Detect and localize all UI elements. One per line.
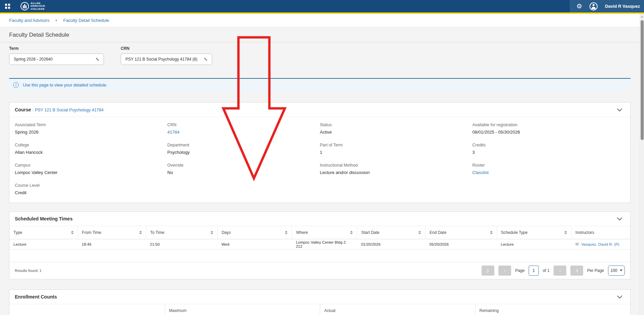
meetings-section-header: Scheduled Meeting Times bbox=[9, 212, 630, 226]
pagination: |‹ ‹ Page of 1 › ›| Per Page 100 bbox=[482, 266, 625, 276]
term-select-caret-icon bbox=[96, 58, 99, 61]
cell-from-time: 18:45 bbox=[78, 239, 146, 249]
app-menu-button[interactable] bbox=[3, 2, 12, 11]
meetings-collapse-chevron-icon[interactable] bbox=[617, 215, 622, 221]
meetings-table: Type From Time To Time Days Where Start … bbox=[9, 226, 630, 250]
field-override: Override No bbox=[167, 163, 320, 175]
field-instructional-method: Instructional Method Lecture and/or disc… bbox=[320, 163, 472, 175]
field-college: College Allan Hancock bbox=[15, 143, 167, 155]
course-section-header: Course : PSY 121 B Social Psychology 417… bbox=[9, 103, 630, 117]
field-campus: Campus Lompoc Valley Center bbox=[15, 163, 167, 175]
breadcrumb-faculty-detail-schedule[interactable]: Faculty Detail Schedule bbox=[63, 18, 109, 23]
field-credits: Credits 3 bbox=[472, 143, 625, 155]
cell-to-time: 21:50 bbox=[146, 239, 217, 249]
cell-schedule-type: Lecture bbox=[497, 239, 571, 249]
meetings-header-row: Type From Time To Time Days Where Start … bbox=[9, 226, 630, 239]
page-number-input[interactable] bbox=[529, 266, 539, 276]
meetings-section-title: Scheduled Meeting Times bbox=[15, 216, 73, 221]
col-instructors: Instructors bbox=[575, 230, 594, 235]
faculty-detail-schedule-app: ALLAN HANCOCK COLLEGE ⚙ David R Vasquez … bbox=[0, 0, 644, 315]
term-filter: Term Spring 2026 - 202640 bbox=[9, 46, 104, 78]
col-to-time: To Time bbox=[150, 230, 164, 235]
grid-menu-icon bbox=[5, 4, 10, 9]
sort-schedule-type-icon[interactable] bbox=[564, 231, 567, 234]
cell-days: Wed bbox=[217, 239, 292, 249]
crn-link[interactable]: 41784 bbox=[167, 130, 320, 135]
enrollment-collapse-chevron-icon[interactable] bbox=[617, 293, 622, 299]
settings-gear-icon[interactable]: ⚙ bbox=[576, 3, 582, 9]
scheduled-meeting-times-section: Scheduled Meeting Times Type From Time T… bbox=[9, 211, 631, 279]
per-page-select[interactable]: 100 bbox=[608, 266, 625, 276]
course-title-link[interactable]: PSY 121 B Social Psychology 41784 bbox=[35, 108, 104, 112]
vertical-scrollbar[interactable] bbox=[640, 14, 644, 315]
info-icon: i bbox=[13, 82, 19, 88]
results-found-text: Results found: 1 bbox=[15, 269, 42, 273]
user-name[interactable]: David R Vasquez bbox=[605, 4, 640, 9]
term-label: Term bbox=[9, 46, 104, 51]
classlist-link[interactable]: Classlist bbox=[472, 170, 625, 175]
instructor-link[interactable]: Vasquez, David R. (P) bbox=[581, 242, 619, 246]
crn-select-caret-icon bbox=[204, 58, 207, 61]
course-section: Course : PSY 121 B Social Psychology 417… bbox=[9, 102, 631, 203]
cell-type: Lecture bbox=[9, 239, 78, 249]
crn-select-value: PSY 121 B Social Psychology 41784 (8) bbox=[125, 57, 197, 62]
breadcrumb: Faculty and Advisors Faculty Detail Sche… bbox=[0, 14, 644, 27]
user-avatar-icon[interactable] bbox=[590, 2, 598, 10]
col-type: Type bbox=[13, 230, 22, 235]
top-header-bar: ALLAN HANCOCK COLLEGE ⚙ David R Vasquez bbox=[0, 0, 644, 12]
col-from-time: From Time bbox=[82, 230, 101, 235]
field-department: Department Psychology bbox=[167, 143, 320, 155]
crn-filter: CRN PSY 121 B Social Psychology 41784 (8… bbox=[121, 46, 212, 78]
email-envelope-icon[interactable]: ✉ bbox=[575, 242, 579, 247]
col-start-date: Start Date bbox=[361, 230, 379, 235]
cell-end-date: 05/20/2026 bbox=[425, 239, 497, 249]
scrollbar-up-arrow-icon[interactable] bbox=[641, 15, 643, 18]
college-logo[interactable]: ALLAN HANCOCK COLLEGE bbox=[21, 2, 45, 11]
enrollment-section-header: Enrollment Counts bbox=[9, 290, 630, 304]
field-crn: CRN 41784 bbox=[167, 123, 320, 135]
per-page-label: Per Page bbox=[587, 268, 604, 273]
sort-to-time-icon[interactable] bbox=[211, 231, 213, 234]
enrollment-section-title: Enrollment Counts bbox=[15, 294, 57, 300]
col-schedule-type: Schedule Type bbox=[501, 230, 528, 235]
meeting-row: Lecture 18:45 21:50 Wed Lompoc Valley Ce… bbox=[9, 239, 630, 249]
info-banner-text: Use this page to view your detailed sche… bbox=[23, 83, 107, 88]
scrollbar-thumb[interactable] bbox=[641, 20, 644, 140]
sort-start-date-icon[interactable] bbox=[418, 231, 421, 234]
page-title: Faculty Detail Schedule bbox=[0, 27, 644, 42]
first-page-button[interactable]: |‹ bbox=[482, 266, 494, 276]
enrollment-header-row: Maximum Actual Remaining bbox=[9, 304, 630, 315]
sort-where-icon[interactable] bbox=[350, 231, 353, 234]
cell-instructor: ✉Vasquez, David R. (P) bbox=[571, 239, 630, 249]
previous-page-button[interactable]: ‹ bbox=[498, 266, 511, 276]
term-select-value: Spring 2026 - 202640 bbox=[14, 57, 52, 62]
term-select[interactable]: Spring 2026 - 202640 bbox=[9, 54, 104, 65]
col-days: Days bbox=[222, 230, 231, 235]
enrollment-counts-section: Enrollment Counts Maximum Actual Remaini… bbox=[9, 289, 631, 315]
college-logo-icon bbox=[21, 2, 29, 10]
field-part-of-term: Part of Term 1 bbox=[320, 143, 472, 155]
sort-type-icon[interactable] bbox=[71, 231, 74, 234]
breadcrumb-faculty-and-advisors[interactable]: Faculty and Advisors bbox=[9, 18, 49, 23]
crn-select[interactable]: PSY 121 B Social Psychology 41784 (8) bbox=[121, 54, 212, 65]
next-page-button[interactable]: › bbox=[554, 266, 566, 276]
course-section-title: Course bbox=[15, 107, 31, 112]
page-of-label: of 1 bbox=[543, 268, 550, 273]
table-footer: Results found: 1 |‹ ‹ Page of 1 › ›| Per… bbox=[9, 262, 630, 279]
sort-from-time-icon[interactable] bbox=[139, 231, 142, 234]
per-page-value: 100 bbox=[610, 268, 617, 273]
course-collapse-chevron-icon[interactable] bbox=[617, 106, 622, 112]
page-label: Page bbox=[515, 268, 525, 273]
cell-start-date: 01/20/2026 bbox=[357, 239, 425, 249]
sort-end-date-icon[interactable] bbox=[490, 231, 493, 234]
cell-where: Lompoc Valley Center Bldg 2 212 bbox=[292, 239, 357, 249]
field-roster: Roster Classlist bbox=[472, 163, 625, 175]
enrollment-col-maximum: Maximum bbox=[165, 304, 320, 315]
col-end-date: End Date bbox=[429, 230, 446, 235]
sort-days-icon[interactable] bbox=[285, 231, 288, 234]
course-details-grid: Associated Term Spring 2026 CRN 41784 St… bbox=[9, 117, 630, 203]
enrollment-col-actual: Actual bbox=[320, 304, 475, 315]
college-logo-text: ALLAN HANCOCK COLLEGE bbox=[31, 2, 45, 11]
filters-row: Term Spring 2026 - 202640 CRN PSY 121 B … bbox=[0, 42, 644, 78]
last-page-button[interactable]: ›| bbox=[570, 266, 583, 276]
